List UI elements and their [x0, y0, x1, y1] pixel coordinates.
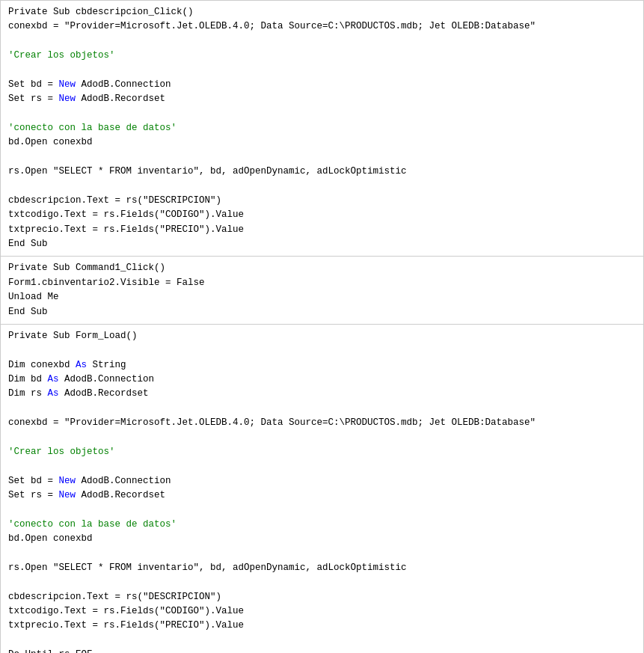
code-line: 'Crear los objetos'	[8, 49, 636, 63]
code-token: Set bd =	[8, 476, 59, 486]
code-token: As	[76, 360, 87, 370]
code-line: ​	[8, 64, 636, 78]
code-line: ​	[8, 503, 636, 517]
code-line: Set rs = New AdodB.Recordset	[8, 488, 636, 503]
code-token: conexbd = "Provider=Microsoft.Jet.OLEDB.…	[8, 21, 536, 31]
code-token: End Sub	[8, 239, 48, 249]
code-token: String	[87, 360, 126, 370]
code-token: 'Crear los objetos'	[8, 447, 115, 457]
code-line: ​	[8, 34, 636, 49]
code-line: Private Sub Command1_Click()	[8, 261, 636, 275]
code-token: Private Sub Form_Load()	[8, 331, 138, 341]
code-line: rs.Open "SELECT * FROM inventario", bd, …	[8, 165, 636, 179]
code-line: 'conecto con la base de datos'	[8, 518, 636, 532]
code-token: New	[59, 93, 76, 104]
code-line: rs.Open "SELECT * FROM inventario", bd, …	[8, 561, 636, 575]
code-line: txtcodigo.Text = rs.Fields("CODIGO").Val…	[8, 604, 636, 619]
code-token: AdodB.Connection	[76, 79, 171, 90]
code-line: ​	[8, 343, 636, 358]
code-line: bd.Open conexbd	[8, 532, 636, 546]
code-token: 'Crear los objetos'	[8, 50, 115, 61]
code-line: Dim rs As AdodB.Recordset	[8, 387, 636, 401]
code-line: ​	[8, 634, 636, 648]
code-line: Form1.cbinventario2.Visible = False	[8, 276, 636, 290]
code-token: As	[48, 388, 59, 399]
code-line: ​	[8, 431, 636, 445]
code-line: cbdescripcion.Text = rs("DESCRIPCION")	[8, 194, 636, 208]
code-token: AdodB.Recordset	[59, 388, 149, 399]
code-token: New	[59, 476, 76, 486]
code-line: Dim bd As AdodB.Connection	[8, 373, 636, 387]
code-line: ​	[8, 575, 636, 589]
code-token: Set rs =	[8, 490, 59, 500]
code-token: Do Until rs.EOF	[8, 649, 93, 653]
code-line: conexbd = "Provider=Microsoft.Jet.OLEDB.…	[8, 416, 636, 430]
code-token: New	[59, 490, 76, 500]
code-token: As	[48, 374, 59, 384]
code-token: End Sub	[8, 307, 48, 317]
code-editor[interactable]: Private Sub cbdescripcion_Click()conexbd…	[0, 0, 644, 653]
code-token: txtcodigo.Text = rs.Fields("CODIGO").Val…	[8, 606, 244, 616]
code-token: AdodB.Connection	[76, 476, 171, 486]
code-line: Set bd = New AdodB.Connection	[8, 78, 636, 92]
code-line: Private Sub Form_Load()	[8, 329, 636, 343]
code-token: AdodB.Recordset	[76, 93, 165, 104]
code-token: Set rs =	[8, 93, 59, 104]
code-token: New	[59, 79, 76, 90]
code-token: Private Sub cbdescripcion_Click()	[8, 7, 194, 17]
code-line: Unload Me	[8, 290, 636, 304]
code-line: 'Crear los objetos'	[8, 445, 636, 459]
code-line: ​	[8, 402, 636, 416]
code-token: Unload Me	[8, 292, 59, 302]
code-line: txtcodigo.Text = rs.Fields("CODIGO").Val…	[8, 208, 636, 222]
code-token: Private Sub Command1_Click()	[8, 263, 165, 273]
code-token: rs.Open "SELECT * FROM inventario", bd, …	[8, 562, 407, 573]
code-line: txtprecio.Text = rs.Fields("PRECIO").Val…	[8, 619, 636, 633]
code-line: ​	[8, 180, 636, 194]
code-token: Dim rs	[8, 388, 48, 399]
code-line: Dim conexbd As String	[8, 358, 636, 373]
code-block-block2: Private Sub Command1_Click()Form1.cbinve…	[1, 257, 643, 325]
code-line: bd.Open conexbd	[8, 135, 636, 150]
code-line: 'conecto con la base de datos'	[8, 121, 636, 135]
code-token: Form1.cbinventario2.Visible = False	[8, 278, 205, 288]
code-line: ​	[8, 107, 636, 121]
code-line: Do Until rs.EOF	[8, 648, 636, 653]
code-token: conexbd = "Provider=Microsoft.Jet.OLEDB.…	[8, 417, 536, 428]
code-token: 'conecto con la base de datos'	[8, 519, 177, 530]
code-line: Set rs = New AdodB.Recordset	[8, 92, 636, 106]
code-line: ​	[8, 547, 636, 561]
code-line: conexbd = "Provider=Microsoft.Jet.OLEDB.…	[8, 19, 636, 34]
code-token: cbdescripcion.Text = rs("DESCRIPCION")	[8, 195, 221, 206]
code-line: End Sub	[8, 305, 636, 319]
code-line: ​	[8, 150, 636, 165]
code-line: Private Sub cbdescripcion_Click()	[8, 5, 636, 19]
code-token: 'conecto con la base de datos'	[8, 123, 177, 133]
code-line: txtprecio.Text = rs.Fields("PRECIO").Val…	[8, 223, 636, 237]
code-line: Set bd = New AdodB.Connection	[8, 474, 636, 488]
code-token: Dim conexbd	[8, 360, 76, 370]
code-token: AdodB.Recordset	[76, 490, 165, 500]
code-line: cbdescripcion.Text = rs("DESCRIPCION")	[8, 590, 636, 604]
code-line: End Sub	[8, 237, 636, 251]
code-line: ​	[8, 459, 636, 473]
code-block-block1: Private Sub cbdescripcion_Click()conexbd…	[1, 1, 643, 257]
code-token: Set bd =	[8, 79, 59, 90]
code-token: txtcodigo.Text = rs.Fields("CODIGO").Val…	[8, 209, 244, 220]
code-token: txtprecio.Text = rs.Fields("PRECIO").Val…	[8, 224, 244, 235]
code-token: cbdescripcion.Text = rs("DESCRIPCION")	[8, 592, 221, 602]
code-block-block3: Private Sub Form_Load()​Dim conexbd As S…	[1, 325, 643, 653]
code-token: txtprecio.Text = rs.Fields("PRECIO").Val…	[8, 620, 244, 631]
code-token: AdodB.Connection	[59, 374, 155, 384]
code-token: bd.Open conexbd	[8, 533, 93, 544]
code-token: rs.Open "SELECT * FROM inventario", bd, …	[8, 166, 407, 177]
code-token: Dim bd	[8, 374, 48, 384]
code-token: bd.Open conexbd	[8, 137, 93, 147]
